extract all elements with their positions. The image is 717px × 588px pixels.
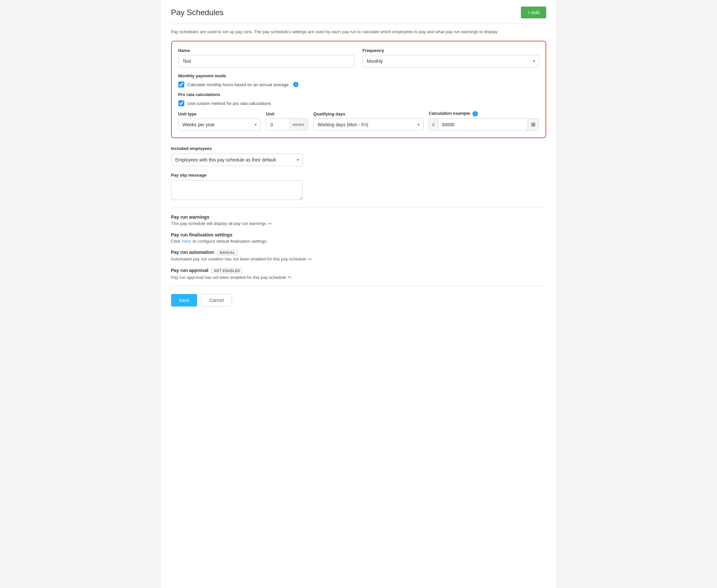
page-title: Pay Schedules	[171, 8, 224, 17]
unit-type-label: Unit type	[178, 111, 261, 117]
pay-run-automation-section: Pay run automation MANUAL Automated pay …	[171, 250, 546, 262]
monthly-checkbox-row: Calculate monthly hours based on an annu…	[178, 82, 539, 87]
qualifying-days-label: Qualifying days	[313, 111, 424, 117]
pay-run-warnings-section: Pay run warnings This pay schedule will …	[171, 214, 546, 226]
pay-run-warnings-edit-icon[interactable]: ✏	[268, 221, 272, 226]
page-description: Pay schedules are used to set up pay run…	[171, 29, 546, 34]
cancel-button[interactable]: Cancel	[201, 294, 232, 307]
pay-slip-message-label: Pay slip message	[171, 173, 546, 177]
divider-2	[171, 286, 546, 286]
monthly-hours-label: Calculate monthly hours based on an annu…	[188, 82, 289, 87]
name-group: Name	[178, 48, 355, 67]
pay-run-approval-title: Pay run approval NOT ENABLED	[171, 268, 546, 273]
monthly-hours-checkbox[interactable]	[178, 82, 184, 87]
unit-row: Unit type Weeks per year Days per year H…	[178, 111, 539, 131]
pay-run-finalisation-section: Pay run finalisation settings Click here…	[171, 232, 546, 244]
calc-example-info-icon[interactable]: i	[472, 111, 478, 117]
calculation-example-group: Calculation example i £ ⊞	[429, 111, 539, 131]
name-label: Name	[178, 48, 355, 53]
pay-slip-textarea[interactable]	[171, 180, 303, 200]
name-frequency-row: Name Frequency Monthly Weekly Fortnightl…	[178, 48, 539, 67]
pay-run-automation-badge: MANUAL	[217, 250, 238, 255]
unit-type-group: Unit type Weeks per year Days per year H…	[178, 111, 261, 131]
monthly-hours-info-icon[interactable]: i	[293, 82, 299, 87]
qualifying-days-select[interactable]: Working days (Mon - Fri) All days Custom	[313, 119, 424, 131]
pay-run-approval-section: Pay run approval NOT ENABLED Pay run app…	[171, 268, 546, 280]
unit-type-select[interactable]: Weeks per year Days per year Hours per y…	[178, 119, 261, 131]
included-employees-select-wrapper: Employees with this pay schedule as thei…	[171, 153, 303, 166]
pay-run-approval-text: Pay run approval has not been enabled fo…	[171, 275, 546, 280]
monthly-payment-mode-label: Monthly payment mode	[178, 74, 539, 78]
page-header: Pay Schedules + Add	[171, 6, 546, 24]
pay-run-finalisation-title: Pay run finalisation settings	[171, 232, 546, 237]
footer-buttons: Save Cancel	[171, 294, 546, 307]
unit-input-wrapper: weeks	[266, 119, 308, 131]
divider-1	[171, 208, 546, 208]
pay-run-automation-text: Automated pay run creation has not been …	[171, 256, 546, 262]
unit-type-select-wrapper: Weeks per year Days per year Hours per y…	[178, 119, 261, 131]
save-button[interactable]: Save	[171, 294, 198, 307]
calculator-icon: ⊞	[531, 121, 535, 128]
included-employees-label: Included employees	[171, 146, 546, 151]
pay-run-automation-edit-icon[interactable]: ✏	[308, 256, 312, 262]
calculation-example-label: Calculation example i	[429, 111, 539, 117]
pay-slip-message-section: Pay slip message	[171, 173, 546, 201]
add-button[interactable]: + Add	[521, 6, 546, 18]
frequency-group: Frequency Monthly Weekly Fortnightly Fou…	[363, 48, 539, 67]
included-employees-section: Included employees Employees with this p…	[171, 146, 546, 166]
schedule-settings-card: Name Frequency Monthly Weekly Fortnightl…	[171, 41, 546, 138]
pay-run-warnings-text: This pay schedule will display all pay r…	[171, 221, 546, 226]
frequency-label: Frequency	[363, 48, 539, 53]
pay-run-approval-edit-icon[interactable]: ✏	[288, 275, 292, 280]
pay-run-warnings-title: Pay run warnings	[171, 214, 546, 220]
pro-rata-checkbox-row: Use custom method for pro rata calculati…	[178, 100, 539, 106]
pro-rata-label: Pro rata calculations	[178, 92, 539, 97]
pay-run-finalisation-text: Click here to configure default finalisa…	[171, 239, 546, 244]
calc-value-input[interactable]	[438, 119, 527, 130]
pay-run-approval-badge: NOT ENABLED	[211, 268, 242, 273]
unit-input[interactable]	[266, 119, 289, 131]
pay-run-automation-title: Pay run automation MANUAL	[171, 250, 546, 255]
name-input[interactable]	[178, 55, 355, 67]
qualifying-days-group: Qualifying days Working days (Mon - Fri)…	[313, 111, 424, 131]
pro-rata-section: Pro rata calculations Use custom method …	[178, 92, 539, 106]
unit-suffix: weeks	[289, 119, 308, 130]
unit-label: Unit	[266, 111, 308, 117]
calculator-icon-button[interactable]: ⊞	[528, 119, 539, 130]
calc-input-wrapper: £ ⊞	[429, 119, 539, 131]
qualifying-days-select-wrapper: Working days (Mon - Fri) All days Custom…	[313, 119, 424, 131]
unit-num-group: Unit weeks	[266, 111, 308, 131]
pro-rata-checkbox-label: Use custom method for pro rata calculati…	[188, 101, 271, 106]
finalisation-here-link[interactable]: here	[182, 239, 191, 244]
included-employees-select[interactable]: Employees with this pay schedule as thei…	[171, 153, 303, 166]
calc-currency-prefix: £	[429, 119, 438, 130]
pro-rata-checkbox[interactable]	[178, 100, 184, 106]
frequency-select[interactable]: Monthly Weekly Fortnightly Four-weekly	[363, 55, 539, 67]
frequency-select-wrapper: Monthly Weekly Fortnightly Four-weekly ▾	[363, 55, 539, 67]
monthly-payment-mode-section: Monthly payment mode Calculate monthly h…	[178, 74, 539, 87]
